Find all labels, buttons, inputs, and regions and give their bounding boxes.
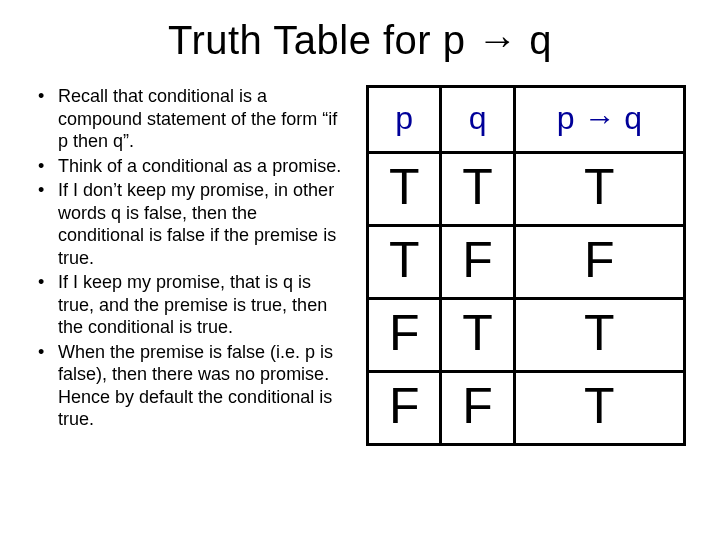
cell: T [441,299,514,372]
cell: F [368,299,441,372]
table-row: F F T [368,372,685,445]
table-row: T T T [368,153,685,226]
cell: T [441,153,514,226]
cell: F [368,372,441,445]
truth-table: p q p → q T T T T F F [366,85,686,446]
table-row: F T T [368,299,685,372]
list-item: If I keep my promise, that is q is true,… [30,271,342,339]
page-title: Truth Table for p → q [30,18,690,63]
list-item: Think of a conditional as a promise. [30,155,342,178]
bullet-list: Recall that conditional is a compound st… [30,85,342,431]
slide: Truth Table for p → q Recall that condit… [0,0,720,540]
content-row: Recall that conditional is a compound st… [30,85,690,446]
cell: T [514,299,684,372]
cell: T [368,153,441,226]
cell: F [441,372,514,445]
col-header-pimpq: p → q [514,87,684,153]
cell: F [514,226,684,299]
cell: T [514,153,684,226]
cell: F [441,226,514,299]
table-panel: p q p → q T T T T F F [366,85,690,446]
cell: T [368,226,441,299]
table-row: T F F [368,226,685,299]
list-item: If I don’t keep my promise, in other wor… [30,179,342,269]
table-header-row: p q p → q [368,87,685,153]
col-header-q: q [441,87,514,153]
bullet-panel: Recall that conditional is a compound st… [30,85,342,433]
col-header-p: p [368,87,441,153]
list-item: Recall that conditional is a compound st… [30,85,342,153]
list-item: When the premise is false (i.e. p is fal… [30,341,342,431]
cell: T [514,372,684,445]
